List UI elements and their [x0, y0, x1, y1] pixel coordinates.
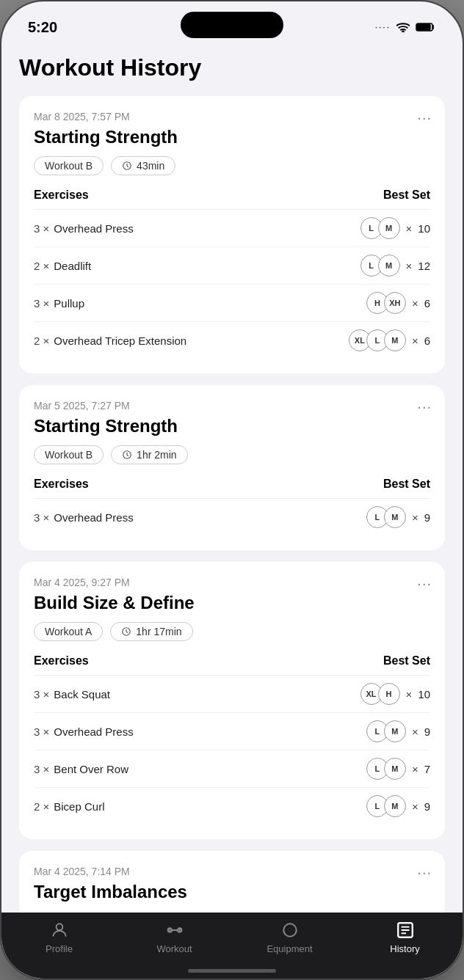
- mult-symbol: ×: [406, 222, 413, 235]
- page-content: Workout History ···Mar 8 2025, 7:57 PMSt…: [1, 43, 463, 913]
- exercise-name: 3 × Overhead Press: [34, 222, 134, 235]
- nav-item-equipment[interactable]: Equipment: [232, 920, 347, 954]
- clock-icon: [121, 626, 131, 637]
- best-set-value: LM×12: [360, 255, 430, 277]
- weight-bubble: M: [384, 758, 406, 780]
- svg-point-6: [56, 924, 62, 930]
- rep-count: 9: [424, 800, 430, 813]
- best-set-label: Best Set: [383, 478, 430, 491]
- nav-label-profile: Profile: [46, 943, 73, 954]
- exercise-name: 3 × Overhead Press: [34, 511, 134, 524]
- home-indicator: [188, 969, 276, 973]
- workout-title: Target Imbalances: [34, 882, 430, 902]
- mult-symbol: ×: [406, 688, 413, 701]
- mult-symbol: ×: [412, 763, 418, 775]
- svg-rect-2: [417, 24, 430, 30]
- exercise-row: 3 × Back SquatXLH×10: [34, 676, 430, 713]
- workout-tags: Workout B43min: [34, 156, 430, 175]
- svg-rect-11: [179, 929, 181, 932]
- nav-item-workout[interactable]: Workout: [117, 920, 232, 954]
- equipment-icon: [280, 920, 300, 940]
- wifi-icon: [396, 22, 410, 32]
- workout-card: ···Mar 4 2025, 7:14 PMTarget Imbalances: [19, 851, 445, 913]
- person-icon: [49, 920, 70, 940]
- exercise-name: 2 × Overhead Tricep Extension: [34, 334, 186, 347]
- workout-card: ···Mar 4 2025, 9:27 PMBuild Size & Defin…: [19, 562, 445, 839]
- set-count: 3 ×: [34, 222, 49, 235]
- exercise-row: 3 × Overhead PressLM×9: [34, 713, 430, 750]
- weight-bubbles: HXH: [366, 292, 406, 314]
- set-count: 2 ×: [34, 800, 49, 813]
- best-set-label: Best Set: [383, 654, 430, 668]
- set-count: 3 ×: [34, 688, 49, 701]
- weight-bubble: M: [378, 255, 400, 277]
- exercise-row: 2 × Bicep CurlLM×9: [34, 788, 430, 824]
- set-count: 3 ×: [34, 763, 49, 775]
- status-time: 5:20: [28, 19, 57, 36]
- exercises-label: Exercises: [34, 189, 89, 202]
- exercise-row: 3 × Overhead PressLM×10: [34, 210, 430, 247]
- more-button[interactable]: ···: [417, 109, 432, 126]
- weight-bubble: M: [384, 720, 406, 742]
- best-set-label: Best Set: [383, 189, 430, 202]
- weight-bubbles: LM: [366, 758, 406, 780]
- exercise-label: Overhead Tricep Extension: [54, 334, 186, 347]
- rep-count: 10: [418, 688, 430, 701]
- tag-duration: 1hr 17min: [110, 622, 192, 641]
- rep-count: 9: [424, 725, 430, 738]
- nav-label-history: History: [390, 943, 419, 954]
- weight-bubble: H: [378, 683, 400, 705]
- exercise-name: 3 × Bent Over Row: [34, 763, 128, 775]
- best-set-value: XLH×10: [360, 683, 430, 705]
- set-count: 2 ×: [34, 260, 49, 272]
- rep-count: 9: [424, 511, 430, 524]
- more-button[interactable]: ···: [417, 864, 432, 881]
- exercise-label: Overhead Press: [54, 511, 133, 524]
- exercise-table-header: ExercisesBest Set: [34, 478, 430, 499]
- weight-bubble: M: [378, 217, 400, 239]
- history-icon: [395, 920, 416, 940]
- mult-symbol: ×: [412, 511, 418, 524]
- nav-item-history[interactable]: History: [347, 920, 463, 954]
- dumbbell-icon: [164, 920, 185, 940]
- weight-bubble: M: [384, 795, 406, 817]
- mult-symbol: ×: [412, 297, 418, 310]
- set-count: 3 ×: [34, 725, 49, 738]
- workout-title: Starting Strength: [34, 127, 430, 147]
- workout-card: ···Mar 8 2025, 7:57 PMStarting StrengthW…: [19, 96, 445, 373]
- weight-bubbles: LM: [366, 795, 406, 817]
- best-set-value: LM×9: [366, 795, 430, 817]
- weight-bubbles: XLLM: [349, 329, 406, 351]
- rep-count: 12: [418, 260, 430, 272]
- weight-bubble: M: [384, 506, 406, 528]
- weight-bubbles: LM: [366, 506, 406, 528]
- set-count: 2 ×: [34, 334, 49, 347]
- more-button[interactable]: ···: [417, 398, 432, 415]
- nav-item-profile[interactable]: Profile: [1, 920, 117, 954]
- more-button[interactable]: ···: [417, 575, 432, 592]
- page-title: Workout History: [19, 54, 445, 81]
- workout-date: Mar 5 2025, 7:27 PM: [34, 400, 430, 412]
- weight-bubbles: LM: [360, 255, 400, 277]
- exercise-name: 3 × Pullup: [34, 297, 84, 310]
- exercise-label: Bent Over Row: [54, 763, 128, 775]
- workout-date: Mar 4 2025, 9:27 PM: [34, 577, 430, 588]
- dynamic-island: [181, 12, 283, 38]
- cards-container: ···Mar 8 2025, 7:57 PMStarting StrengthW…: [19, 96, 445, 913]
- workout-tags: Workout A1hr 17min: [34, 622, 430, 641]
- best-set-value: XLLM×6: [349, 329, 430, 351]
- best-set-value: LM×7: [366, 758, 430, 780]
- weight-bubbles: LM: [366, 720, 406, 742]
- svg-rect-10: [167, 929, 170, 932]
- workout-title: Build Size & Define: [34, 593, 430, 613]
- status-icons: ····: [375, 22, 436, 32]
- mult-symbol: ×: [412, 725, 418, 738]
- svg-point-12: [283, 924, 296, 936]
- battery-icon: [416, 22, 436, 32]
- tag-workout: Workout A: [34, 622, 103, 641]
- rep-count: 6: [424, 297, 430, 310]
- tag-workout: Workout B: [34, 156, 104, 175]
- exercise-label: Pullup: [54, 297, 84, 310]
- clock-icon: [122, 450, 132, 460]
- tag-duration: 1hr 2min: [111, 445, 187, 464]
